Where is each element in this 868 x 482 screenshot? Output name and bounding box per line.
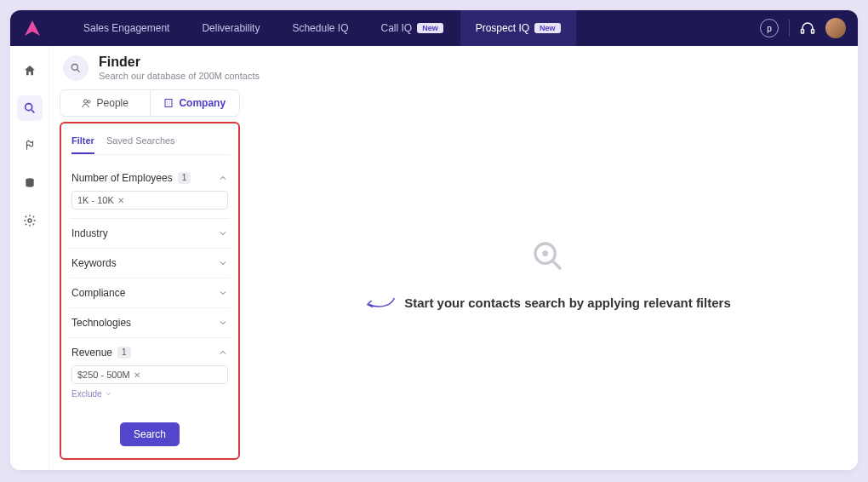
chip-text: $250 - 500M <box>77 370 130 380</box>
svg-line-12 <box>553 261 561 268</box>
rail-search[interactable] <box>17 95 43 121</box>
arrow-curve-icon <box>365 296 396 311</box>
section-title: Technologies <box>71 317 131 329</box>
svg-line-3 <box>31 110 34 112</box>
page-title: Finder <box>99 55 260 70</box>
nav-deliverability[interactable]: Deliverability <box>186 10 275 46</box>
section-header[interactable]: Keywords <box>71 257 228 269</box>
svg-rect-0 <box>802 30 804 34</box>
rail-data[interactable] <box>17 170 43 196</box>
chip-remove-icon[interactable]: ✕ <box>134 370 140 380</box>
section-header[interactable]: Number of Employees 1 <box>71 172 228 184</box>
tab-label: Company <box>179 97 226 109</box>
count-badge: 1 <box>117 347 131 359</box>
tab-people[interactable]: People <box>60 90 150 116</box>
empty-state: Start your contacts search by applying r… <box>248 89 848 460</box>
filter-panel: Filter Saved Searches Number of Employee… <box>60 122 240 460</box>
filter-chip-revenue[interactable]: $250 - 500M ✕ <box>71 365 228 384</box>
filter-section-technologies: Technologies <box>70 308 230 338</box>
exclude-toggle[interactable]: Exclude <box>71 389 228 399</box>
page-subtitle: Search our database of 200M contacts <box>99 71 260 81</box>
app-logo <box>22 18 43 38</box>
nav-label: Prospect IQ <box>476 22 529 34</box>
nav-label: Deliverability <box>202 22 260 34</box>
search-button[interactable]: Search <box>120 422 180 446</box>
page-icon-bubble <box>63 55 89 81</box>
chevron-down-icon <box>218 228 228 238</box>
filter-section-employees: Number of Employees 1 1K - 10K ✕ <box>70 164 230 219</box>
chevron-down-icon <box>218 258 228 268</box>
section-header[interactable]: Technologies <box>71 317 228 329</box>
svg-point-8 <box>83 100 87 103</box>
page-header: Finder Search our database of 200M conta… <box>49 46 858 89</box>
user-avatar[interactable] <box>825 18 846 38</box>
section-title: Keywords <box>71 257 117 269</box>
filter-inner-tabs: Filter Saved Searches <box>70 132 230 155</box>
section-header[interactable]: Compliance <box>71 287 228 299</box>
nav-schedule-iq[interactable]: Schedule IQ <box>277 10 363 46</box>
new-badge: New <box>417 23 443 33</box>
chip-text: 1K - 10K <box>77 195 114 205</box>
chevron-up-icon <box>218 347 228 358</box>
svg-point-13 <box>544 252 546 255</box>
chevron-down-icon <box>105 390 112 398</box>
svg-point-2 <box>25 104 31 111</box>
filter-section-industry: Industry <box>70 219 230 249</box>
chip-remove-icon[interactable]: ✕ <box>117 196 124 205</box>
nav-prospect-iq[interactable]: Prospect IQ New <box>460 10 576 46</box>
plan-badge[interactable]: p <box>760 19 779 37</box>
section-title: Compliance <box>71 287 125 299</box>
svg-rect-10 <box>165 100 172 107</box>
count-badge: 1 <box>178 172 191 184</box>
new-badge: New <box>534 23 561 33</box>
chevron-up-icon <box>218 173 228 183</box>
svg-point-6 <box>71 64 77 70</box>
topbar-right: p <box>760 18 846 38</box>
database-icon <box>24 177 36 189</box>
chevron-down-icon <box>218 318 228 328</box>
svg-point-9 <box>88 100 90 103</box>
nav-label: Schedule IQ <box>292 22 348 34</box>
nav-call-iq[interactable]: Call IQ New <box>365 10 458 46</box>
divider <box>789 20 790 37</box>
nav-label: Call IQ <box>380 22 412 34</box>
section-header[interactable]: Industry <box>71 227 228 239</box>
section-title: Number of Employees <box>71 172 173 184</box>
tab-label: People <box>97 97 128 109</box>
plan-letter: p <box>767 24 772 33</box>
filter-section-revenue: Revenue 1 $250 - 500M ✕ <box>70 338 230 407</box>
left-rail <box>10 46 49 470</box>
filter-chip-employees[interactable]: 1K - 10K ✕ <box>71 191 228 209</box>
svg-rect-1 <box>812 30 814 34</box>
rail-settings[interactable] <box>17 208 43 233</box>
empty-state-text: Start your contacts search by applying r… <box>404 296 730 310</box>
filter-section-compliance: Compliance <box>70 278 230 308</box>
topnav: Sales Engagement Deliverability Schedule… <box>68 10 760 46</box>
home-icon <box>23 64 37 77</box>
tab-saved-searches[interactable]: Saved Searches <box>106 132 175 154</box>
prospect-icon <box>24 140 36 152</box>
search-large-icon <box>531 239 565 273</box>
rail-prospect[interactable] <box>17 133 43 158</box>
svg-point-5 <box>28 219 31 222</box>
nav-label: Sales Engagement <box>83 22 169 34</box>
exclude-label: Exclude <box>71 389 102 399</box>
gear-icon <box>23 214 37 227</box>
topbar: Sales Engagement Deliverability Schedule… <box>10 10 858 46</box>
section-header[interactable]: Revenue 1 <box>71 347 228 359</box>
people-company-tabs: People Company <box>60 89 240 117</box>
search-icon <box>70 62 82 74</box>
search-icon <box>23 101 37 115</box>
company-icon <box>163 98 174 108</box>
nav-sales-engagement[interactable]: Sales Engagement <box>68 10 185 46</box>
support-icon[interactable] <box>800 20 815 36</box>
svg-line-7 <box>77 69 80 72</box>
section-title: Revenue <box>71 347 112 359</box>
section-title: Industry <box>71 227 108 239</box>
person-icon <box>82 98 92 108</box>
rail-home[interactable] <box>17 58 43 83</box>
chevron-down-icon <box>218 288 228 298</box>
tab-company[interactable]: Company <box>150 90 240 116</box>
tab-filter[interactable]: Filter <box>71 132 94 154</box>
filter-section-keywords: Keywords <box>70 249 230 278</box>
